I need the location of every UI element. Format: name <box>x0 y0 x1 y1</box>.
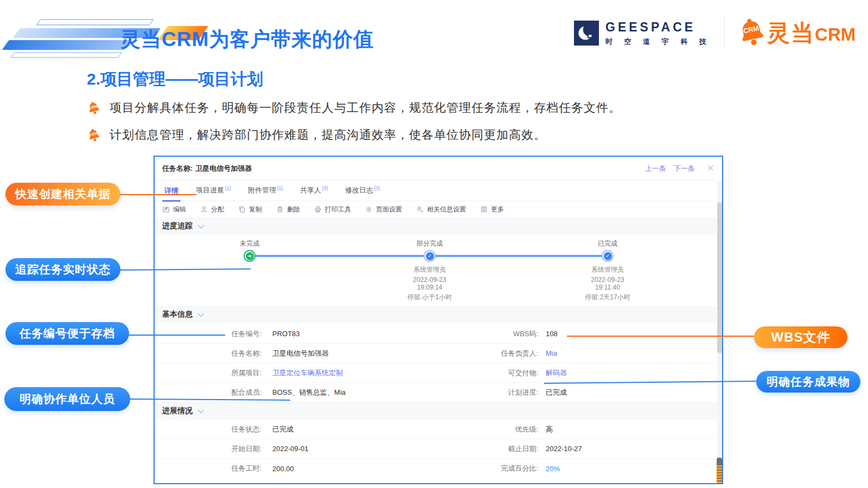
timeline-step-label: 已完成 <box>598 239 617 248</box>
prev-record-button[interactable]: 上一条 <box>645 164 666 174</box>
timeline-node-check-icon[interactable]: ✓ <box>602 250 614 262</box>
trash-icon <box>276 206 284 213</box>
task-name-value: 卫星电信号加强器 <box>195 164 252 174</box>
task-name-field-value: 卫星电信号加强器 <box>272 349 459 358</box>
field-row: 配合成员: BOSS、销售总监、Mia 计划进度: 已完成 <box>155 383 717 402</box>
geespace-wordmark: GEESPACE <box>605 20 711 35</box>
task-name-label: 任务名称: <box>162 164 193 174</box>
timeline-date: 2022-09-23 <box>413 276 446 284</box>
wbs-code-value: 108 <box>546 330 717 338</box>
field-label: 任务状态: <box>155 425 261 434</box>
field-label: 任务编号: <box>155 329 261 339</box>
field-label: 可交付物: <box>459 368 538 378</box>
progress-timeline: 未完成 部分完成 已完成 ➜ ✓ ✓ 系统管理员 2022-09-23 19:0… <box>155 235 717 306</box>
related-info-settings-button[interactable]: 相关信息设置 <box>416 205 466 214</box>
field-row: 任务名称: 卫星电信号加强器 任务负责人: Mia <box>155 344 717 363</box>
tab-badge: [3] <box>374 185 380 191</box>
completion-percent-value: 20% <box>546 465 717 473</box>
callout-task-number-archive: 任务编号便于存档 <box>5 322 129 345</box>
toolbar: 编辑 分配 复制 删除 打印工具 页面设置 相关信息设置 更多 <box>155 201 722 217</box>
lingdang-wordmark: 灵当 <box>767 18 815 48</box>
start-date-value: 2022-09-01 <box>272 445 459 453</box>
tab-change-log[interactable]: 修改日志[3] <box>345 185 380 195</box>
field-row: 任务状态: 已完成 优先级: 高 <box>155 420 717 439</box>
field-label: 优先级: <box>459 425 538 434</box>
deliverable-link[interactable]: 解码器 <box>546 368 717 378</box>
timeline-step-label: 部分完成 <box>417 239 443 248</box>
timeline-operator: 系统管理员 <box>413 265 446 274</box>
tab-bar: 详情 项目进展[1] 附件管理[1] 共享人[3] 修改日志[3] <box>155 181 722 201</box>
callout-wbs-file: WBS文件 <box>754 326 847 348</box>
tab-attachments[interactable]: 附件管理[1] <box>248 185 283 195</box>
tab-shared-users[interactable]: 共享人[3] <box>300 185 328 195</box>
field-row: 所属项目: 卫星定位车辆系统定制 可交付物: 解码器 <box>155 363 717 383</box>
chevron-down-icon[interactable] <box>198 311 204 317</box>
printer-icon <box>314 206 322 213</box>
tab-badge: [1] <box>225 185 231 191</box>
more-button[interactable]: 更多 <box>480 205 504 214</box>
timeline-step-label: 未完成 <box>240 239 259 248</box>
grid-more-icon <box>480 206 488 213</box>
bell-crm-icon: CRM <box>85 99 103 117</box>
field-label: 任务名称: <box>155 349 261 358</box>
task-number-value: PROT83 <box>272 330 459 338</box>
bullet-item: CRM 项目分解具体任务，明确每一阶段责任人与工作内容，规范化管理任务流程，存档… <box>87 100 846 116</box>
geespace-logo-icon <box>574 21 599 46</box>
chevron-down-icon[interactable] <box>198 407 204 413</box>
edit-icon <box>162 206 170 213</box>
timeline-node-start-icon[interactable]: ➜ <box>244 250 256 262</box>
bullet-text: 项目分解具体任务，明确每一阶段责任人与工作内容，规范化管理任务流程，存档任务文件… <box>110 100 621 116</box>
tab-project-progress[interactable]: 项目进展[1] <box>196 185 231 195</box>
field-row: 任务工时: 200.00 完成百分比: 20% <box>155 459 717 478</box>
next-record-button[interactable]: 下一条 <box>674 164 695 174</box>
section-header-status: 进展情况 <box>155 402 717 420</box>
work-hours-value: 200.00 <box>272 465 459 473</box>
field-row: 任务编号: PROT83 WBS码: 108 <box>155 324 717 344</box>
field-label: 计划进度: <box>459 388 538 397</box>
section-title: 进展情况 <box>162 406 193 416</box>
edit-button[interactable]: 编辑 <box>162 205 186 214</box>
chevron-down-icon[interactable] <box>198 222 204 228</box>
field-label: 截止日期: <box>459 444 538 454</box>
section-title: 基本信息 <box>162 310 193 319</box>
priority-value: 高 <box>546 425 717 434</box>
logo-row: GEESPACE 时 空 道 宇 科 技 CRM 灵当 CRM <box>574 17 856 49</box>
task-owner-link[interactable]: Mia <box>546 349 717 357</box>
assign-button[interactable]: 分配 <box>200 205 224 214</box>
timeline-date: 2022-09-23 <box>591 276 624 284</box>
copy-icon <box>238 206 246 213</box>
bell-crm-icon: CRM <box>85 126 103 144</box>
assign-person-icon <box>200 206 208 213</box>
planned-progress-value: 已完成 <box>546 388 717 397</box>
copy-button[interactable]: 复制 <box>238 205 262 214</box>
bullet-text: 计划信息管理，解决跨部门协作难题，提高沟通效率，使各单位协同更加高效。 <box>110 127 546 143</box>
delete-button[interactable]: 删除 <box>276 205 300 214</box>
print-button[interactable]: 打印工具 <box>314 205 351 214</box>
page-title: 灵当CRM为客户带来的价值 <box>120 26 374 53</box>
close-icon[interactable]: ✕ <box>707 163 714 174</box>
field-label: 所属项目: <box>155 368 261 378</box>
timeline-operator: 系统管理员 <box>591 265 624 274</box>
timeline-stay: 停留:小于1小时 <box>407 293 452 302</box>
callout-track-task-status: 追踪任务实时状态 <box>5 258 120 281</box>
timeline-time: 19:09:14 <box>417 284 443 291</box>
task-header: 任务名称: 卫星电信号加强器 上一条 下一条 ✕ <box>155 157 722 181</box>
gear-icon <box>365 206 373 213</box>
section-header-basic-info: 基本信息 <box>155 306 717 323</box>
field-label: 开始日期: <box>155 444 261 454</box>
parent-project-link[interactable]: 卫星定位车辆系统定制 <box>272 368 459 378</box>
field-label: 任务工时: <box>155 464 261 473</box>
timeline-node-check-icon[interactable]: ✓ <box>424 250 436 262</box>
section-title: 进度追踪 <box>162 221 193 231</box>
team-members-value: BOSS、销售总监、Mia <box>272 388 459 397</box>
section-subtitle: 2.项目管理——项目计划 <box>87 68 263 91</box>
page-settings-button[interactable]: 页面设置 <box>365 205 402 214</box>
field-row: 开始日期: 2022-09-01 截止日期: 2022-10-27 <box>155 439 717 459</box>
callout-collaboration-members: 明确协作单位人员 <box>4 387 130 411</box>
task-status-value: 已完成 <box>272 425 459 434</box>
scrollbar-thumb[interactable] <box>717 202 722 353</box>
lingdang-bell-icon: CRM <box>734 15 770 52</box>
scrollbar-orange-thumb[interactable] <box>717 465 722 483</box>
tab-details[interactable]: 详情 <box>164 186 178 196</box>
timeline-stay: 停留:2天17小时 <box>585 293 630 302</box>
